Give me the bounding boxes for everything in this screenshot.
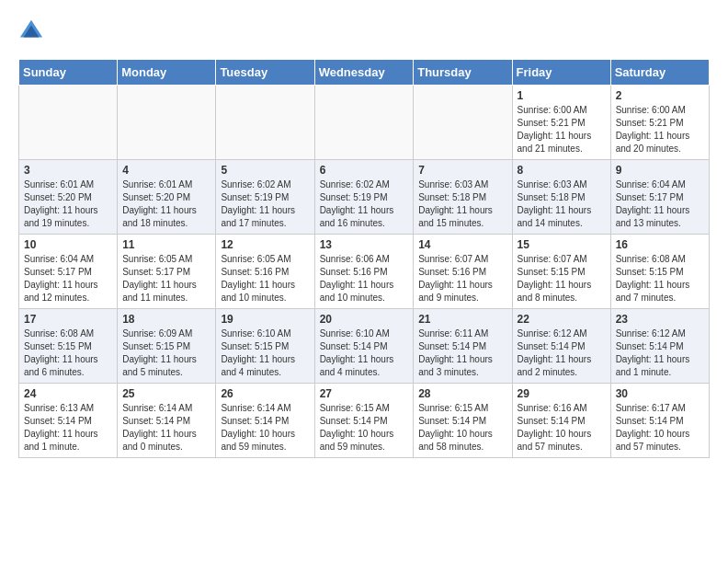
- day-number: 3: [24, 164, 112, 177]
- day-number: 29: [518, 387, 606, 400]
- calendar-cell: 17Sunrise: 6:08 AM Sunset: 5:15 PM Dayli…: [19, 309, 118, 384]
- day-number: 21: [418, 313, 506, 326]
- day-info: Sunrise: 6:04 AM Sunset: 5:17 PM Dayligh…: [616, 178, 704, 230]
- calendar-cell: [314, 86, 414, 160]
- day-number: 15: [518, 238, 606, 251]
- day-info: Sunrise: 6:16 AM Sunset: 5:14 PM Dayligh…: [518, 402, 606, 454]
- calendar-cell: 20Sunrise: 6:10 AM Sunset: 5:14 PM Dayli…: [314, 309, 414, 384]
- calendar-cell: 11Sunrise: 6:05 AM Sunset: 5:17 PM Dayli…: [118, 235, 216, 309]
- calendar-cell: 30Sunrise: 6:17 AM Sunset: 5:14 PM Dayli…: [610, 384, 709, 458]
- logo: [18, 18, 48, 44]
- day-info: Sunrise: 6:02 AM Sunset: 5:19 PM Dayligh…: [320, 178, 409, 230]
- calendar-cell: 3Sunrise: 6:01 AM Sunset: 5:20 PM Daylig…: [19, 160, 118, 235]
- weekday-header: Wednesday: [314, 60, 414, 86]
- calendar-cell: 4Sunrise: 6:01 AM Sunset: 5:20 PM Daylig…: [118, 160, 216, 235]
- calendar-cell: 1Sunrise: 6:00 AM Sunset: 5:21 PM Daylig…: [512, 86, 610, 160]
- day-number: 8: [518, 164, 606, 177]
- calendar-header-row: SundayMondayTuesdayWednesdayThursdayFrid…: [19, 60, 710, 86]
- day-info: Sunrise: 6:10 AM Sunset: 5:15 PM Dayligh…: [221, 327, 309, 379]
- page-header: [18, 18, 710, 44]
- calendar-cell: 23Sunrise: 6:12 AM Sunset: 5:14 PM Dayli…: [610, 309, 709, 384]
- day-number: 20: [320, 313, 409, 326]
- calendar-cell: 9Sunrise: 6:04 AM Sunset: 5:17 PM Daylig…: [610, 160, 709, 235]
- day-info: Sunrise: 6:15 AM Sunset: 5:14 PM Dayligh…: [320, 402, 409, 454]
- weekday-header: Sunday: [19, 60, 118, 86]
- day-info: Sunrise: 6:05 AM Sunset: 5:16 PM Dayligh…: [221, 253, 309, 304]
- calendar-table: SundayMondayTuesdayWednesdayThursdayFrid…: [18, 59, 710, 458]
- day-number: 2: [616, 89, 704, 102]
- day-info: Sunrise: 6:17 AM Sunset: 5:14 PM Dayligh…: [616, 402, 704, 454]
- day-info: Sunrise: 6:15 AM Sunset: 5:14 PM Dayligh…: [418, 402, 506, 454]
- day-info: Sunrise: 6:03 AM Sunset: 5:18 PM Dayligh…: [418, 178, 506, 230]
- day-number: 10: [24, 238, 112, 251]
- calendar-cell: 13Sunrise: 6:06 AM Sunset: 5:16 PM Dayli…: [314, 235, 414, 309]
- calendar-week-row: 24Sunrise: 6:13 AM Sunset: 5:14 PM Dayli…: [19, 384, 710, 458]
- calendar-cell: [414, 86, 512, 160]
- calendar-cell: 25Sunrise: 6:14 AM Sunset: 5:14 PM Dayli…: [118, 384, 216, 458]
- calendar-week-row: 17Sunrise: 6:08 AM Sunset: 5:15 PM Dayli…: [19, 309, 710, 384]
- day-number: 23: [616, 313, 704, 326]
- day-number: 14: [418, 238, 506, 251]
- day-info: Sunrise: 6:07 AM Sunset: 5:16 PM Dayligh…: [418, 253, 506, 304]
- day-info: Sunrise: 6:00 AM Sunset: 5:21 PM Dayligh…: [518, 104, 606, 155]
- calendar-cell: 27Sunrise: 6:15 AM Sunset: 5:14 PM Dayli…: [314, 384, 414, 458]
- calendar-cell: 7Sunrise: 6:03 AM Sunset: 5:18 PM Daylig…: [414, 160, 512, 235]
- day-info: Sunrise: 6:09 AM Sunset: 5:15 PM Dayligh…: [122, 327, 210, 379]
- calendar-cell: 12Sunrise: 6:05 AM Sunset: 5:16 PM Dayli…: [216, 235, 314, 309]
- day-info: Sunrise: 6:06 AM Sunset: 5:16 PM Dayligh…: [320, 253, 409, 304]
- day-info: Sunrise: 6:01 AM Sunset: 5:20 PM Dayligh…: [122, 178, 210, 230]
- calendar-cell: 29Sunrise: 6:16 AM Sunset: 5:14 PM Dayli…: [512, 384, 610, 458]
- day-number: 5: [221, 164, 309, 177]
- day-number: 27: [320, 387, 409, 400]
- day-info: Sunrise: 6:08 AM Sunset: 5:15 PM Dayligh…: [24, 327, 112, 379]
- day-number: 28: [418, 387, 506, 400]
- day-info: Sunrise: 6:14 AM Sunset: 5:14 PM Dayligh…: [221, 402, 309, 454]
- day-number: 30: [616, 387, 704, 400]
- day-number: 18: [122, 313, 210, 326]
- calendar-cell: 8Sunrise: 6:03 AM Sunset: 5:18 PM Daylig…: [512, 160, 610, 235]
- calendar-cell: 6Sunrise: 6:02 AM Sunset: 5:19 PM Daylig…: [314, 160, 414, 235]
- calendar-cell: 15Sunrise: 6:07 AM Sunset: 5:15 PM Dayli…: [512, 235, 610, 309]
- calendar-cell: 19Sunrise: 6:10 AM Sunset: 5:15 PM Dayli…: [216, 309, 314, 384]
- day-info: Sunrise: 6:10 AM Sunset: 5:14 PM Dayligh…: [320, 327, 409, 379]
- day-number: 13: [320, 238, 409, 251]
- day-info: Sunrise: 6:05 AM Sunset: 5:17 PM Dayligh…: [122, 253, 210, 304]
- day-info: Sunrise: 6:08 AM Sunset: 5:15 PM Dayligh…: [616, 253, 704, 304]
- day-info: Sunrise: 6:13 AM Sunset: 5:14 PM Dayligh…: [24, 402, 112, 454]
- calendar-cell: 14Sunrise: 6:07 AM Sunset: 5:16 PM Dayli…: [414, 235, 512, 309]
- calendar-week-row: 10Sunrise: 6:04 AM Sunset: 5:17 PM Dayli…: [19, 235, 710, 309]
- calendar-week-row: 3Sunrise: 6:01 AM Sunset: 5:20 PM Daylig…: [19, 160, 710, 235]
- weekday-header: Tuesday: [216, 60, 314, 86]
- day-number: 26: [221, 387, 309, 400]
- day-number: 4: [122, 164, 210, 177]
- calendar-cell: 28Sunrise: 6:15 AM Sunset: 5:14 PM Dayli…: [414, 384, 512, 458]
- day-info: Sunrise: 6:14 AM Sunset: 5:14 PM Dayligh…: [122, 402, 210, 454]
- calendar-cell: 26Sunrise: 6:14 AM Sunset: 5:14 PM Dayli…: [216, 384, 314, 458]
- day-info: Sunrise: 6:11 AM Sunset: 5:14 PM Dayligh…: [418, 327, 506, 379]
- calendar-cell: 10Sunrise: 6:04 AM Sunset: 5:17 PM Dayli…: [19, 235, 118, 309]
- calendar-cell: 18Sunrise: 6:09 AM Sunset: 5:15 PM Dayli…: [118, 309, 216, 384]
- calendar-cell: [19, 86, 118, 160]
- day-info: Sunrise: 6:12 AM Sunset: 5:14 PM Dayligh…: [518, 327, 606, 379]
- day-number: 17: [24, 313, 112, 326]
- calendar-cell: [118, 86, 216, 160]
- day-number: 12: [221, 238, 309, 251]
- day-number: 25: [122, 387, 210, 400]
- calendar-week-row: 1Sunrise: 6:00 AM Sunset: 5:21 PM Daylig…: [19, 86, 710, 160]
- logo-icon: [18, 18, 44, 44]
- day-info: Sunrise: 6:00 AM Sunset: 5:21 PM Dayligh…: [616, 104, 704, 155]
- calendar-cell: 21Sunrise: 6:11 AM Sunset: 5:14 PM Dayli…: [414, 309, 512, 384]
- weekday-header: Thursday: [414, 60, 512, 86]
- day-info: Sunrise: 6:07 AM Sunset: 5:15 PM Dayligh…: [518, 253, 606, 304]
- day-number: 7: [418, 164, 506, 177]
- day-number: 22: [518, 313, 606, 326]
- weekday-header: Saturday: [610, 60, 709, 86]
- weekday-header: Friday: [512, 60, 610, 86]
- day-info: Sunrise: 6:12 AM Sunset: 5:14 PM Dayligh…: [616, 327, 704, 379]
- day-info: Sunrise: 6:02 AM Sunset: 5:19 PM Dayligh…: [221, 178, 309, 230]
- day-number: 11: [122, 238, 210, 251]
- calendar-cell: 5Sunrise: 6:02 AM Sunset: 5:19 PM Daylig…: [216, 160, 314, 235]
- calendar-cell: 22Sunrise: 6:12 AM Sunset: 5:14 PM Dayli…: [512, 309, 610, 384]
- calendar-cell: 2Sunrise: 6:00 AM Sunset: 5:21 PM Daylig…: [610, 86, 709, 160]
- day-info: Sunrise: 6:04 AM Sunset: 5:17 PM Dayligh…: [24, 253, 112, 304]
